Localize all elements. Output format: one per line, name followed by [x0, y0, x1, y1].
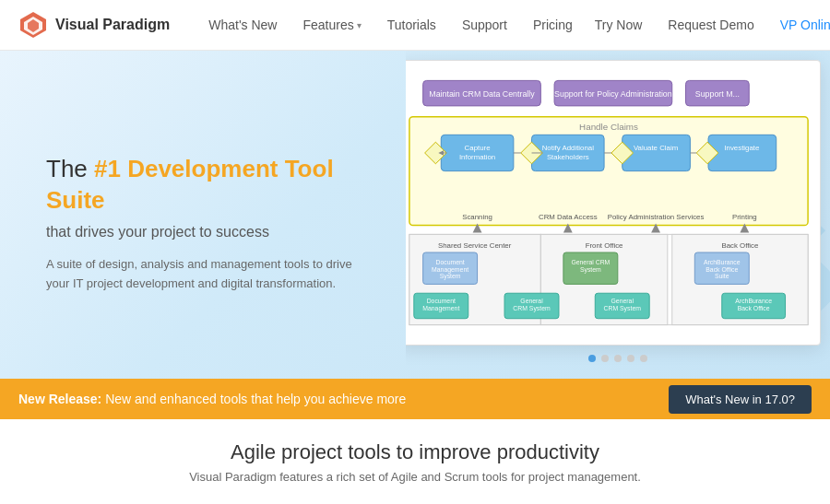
features-chevron-icon: ▾ — [357, 20, 362, 30]
nav-vp-online[interactable]: VP Online — [769, 12, 830, 38]
svg-text:Back Office: Back Office — [738, 305, 770, 311]
svg-text:General: General — [520, 298, 543, 304]
svg-text:ArchBurance: ArchBurance — [704, 259, 741, 265]
navbar: Visual Paradigm What's New Features ▾ Tu… — [0, 0, 830, 51]
svg-text:CRM System: CRM System — [513, 305, 551, 312]
svg-text:Back Office: Back Office — [706, 266, 738, 273]
banner-message: New and enhanced tools that help you ach… — [101, 392, 406, 406]
logo[interactable]: Visual Paradigm — [18, 10, 170, 40]
svg-text:Shared Service Center: Shared Service Center — [438, 241, 512, 250]
svg-text:Stakeholders: Stakeholders — [547, 153, 589, 161]
svg-text:Valuate Claim: Valuate Claim — [634, 144, 679, 152]
bpmn-diagram: Maintain CRM Data Centrally Support for … — [406, 68, 812, 337]
svg-text:Notify Additional: Notify Additional — [542, 144, 595, 152]
banner-text: New Release: New and enhanced tools that… — [18, 392, 659, 406]
svg-text:Handle Claims: Handle Claims — [579, 122, 638, 132]
svg-text:ArchBurance: ArchBurance — [735, 298, 772, 304]
svg-text:Management: Management — [432, 266, 468, 274]
hero-section: The #1 Development Tool Suite that drive… — [0, 51, 830, 379]
release-banner: New Release: New and enhanced tools that… — [0, 379, 830, 419]
whats-new-button[interactable]: What's New in 17.0? — [669, 385, 812, 414]
svg-text:Management: Management — [422, 305, 459, 312]
svg-text:Maintain CRM Data Centrally: Maintain CRM Data Centrally — [429, 89, 535, 99]
svg-text:Back Office: Back Office — [721, 241, 759, 250]
hero-description: A suite of design, analysis and manageme… — [46, 255, 360, 294]
svg-text:Suite: Suite — [715, 274, 729, 280]
svg-text:General CRM: General CRM — [571, 259, 610, 265]
banner-prefix: New Release: — [18, 392, 101, 406]
svg-text:Information: Information — [459, 153, 495, 161]
nav-features[interactable]: Features ▾ — [291, 12, 372, 38]
bottom-section: Agile project tools to improve productiv… — [0, 419, 830, 504]
svg-text:Investigate: Investigate — [724, 144, 760, 152]
hero-headline: The #1 Development Tool Suite — [46, 154, 369, 217]
carousel-dot-3[interactable] — [614, 355, 622, 362]
nav-request-demo[interactable]: Request Demo — [657, 12, 765, 38]
hero-subheadline: that drives your project to success — [46, 224, 369, 240]
nav-right: Try Now Request Demo VP Online 🌐 ▾ — [584, 12, 830, 38]
carousel-dot-5[interactable] — [640, 355, 647, 362]
logo-text: Visual Paradigm — [55, 17, 170, 33]
nav-whats-new[interactable]: What's New — [197, 12, 288, 38]
logo-icon — [18, 10, 48, 40]
carousel-dot-4[interactable] — [627, 355, 634, 362]
svg-text:Scanning: Scanning — [462, 213, 492, 221]
svg-text:Document: Document — [435, 259, 464, 265]
nav-tutorials[interactable]: Tutorials — [376, 12, 447, 38]
svg-text:Capture: Capture — [465, 144, 492, 152]
svg-text:Policy Administration Services: Policy Administration Services — [608, 213, 705, 221]
nav-support[interactable]: Support — [451, 12, 518, 38]
bottom-description: Visual Paradigm features a rich set of A… — [189, 470, 641, 484]
nav-links: What's New Features ▾ Tutorials Support … — [197, 12, 584, 38]
svg-text:Document: Document — [427, 298, 456, 304]
svg-text:System: System — [580, 266, 601, 274]
nav-try-now[interactable]: Try Now — [584, 12, 654, 38]
svg-text:CRM Data Access: CRM Data Access — [539, 213, 598, 221]
hero-content: The #1 Development Tool Suite that drive… — [0, 51, 406, 379]
hero-diagram-area: Maintain CRM Data Centrally Support for … — [406, 51, 830, 379]
bottom-title: Agile project tools to improve productiv… — [231, 440, 599, 464]
carousel-dots — [588, 355, 647, 362]
svg-text:Printing: Printing — [732, 213, 757, 221]
svg-text:General: General — [611, 298, 634, 304]
carousel-dot-2[interactable] — [601, 355, 609, 362]
svg-text:System: System — [440, 274, 461, 281]
svg-text:Support M...: Support M... — [695, 89, 740, 99]
svg-text:CRM System: CRM System — [604, 305, 642, 312]
carousel-dot-1[interactable] — [588, 355, 596, 362]
nav-pricing[interactable]: Pricing — [522, 12, 584, 38]
svg-text:Support for Policy Administrat: Support for Policy Administration — [554, 89, 672, 99]
diagram-image: Maintain CRM Data Centrally Support for … — [406, 60, 821, 346]
svg-text:Front Office: Front Office — [586, 241, 623, 250]
